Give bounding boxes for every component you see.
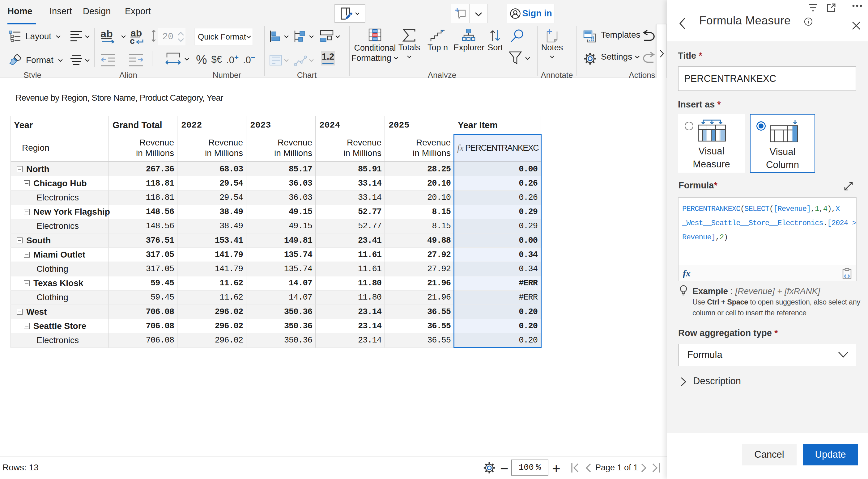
svg-text:c: c bbox=[130, 36, 135, 44]
svg-text:ab: ab bbox=[100, 29, 113, 39]
